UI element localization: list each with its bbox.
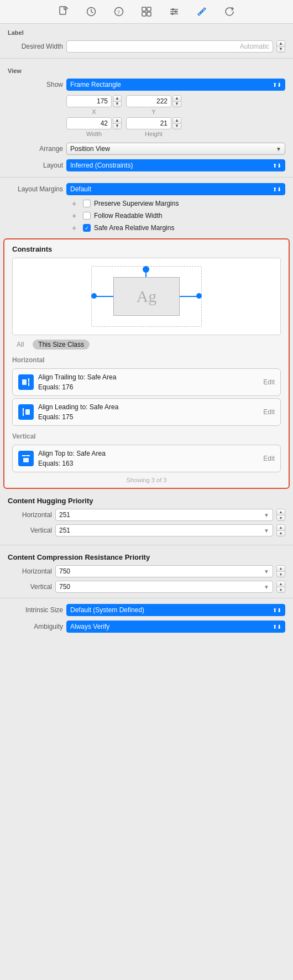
ch-horizontal-chevron: ▼: [264, 512, 269, 518]
preserve-superview-checkbox[interactable]: [83, 200, 91, 207]
height-value[interactable]: 21: [126, 117, 171, 129]
ch-horizontal-stepper[interactable]: ▲ ▼: [276, 509, 285, 521]
ccr-horizontal-stepper[interactable]: ▲ ▼: [276, 565, 285, 577]
intrinsic-size-select[interactable]: Default (System Defined) ⬆⬇: [66, 604, 285, 616]
width-label: Width: [86, 131, 102, 137]
arrange-value: Position View: [70, 145, 110, 153]
view-section-title: View: [0, 62, 293, 76]
ch-h-stepper-down[interactable]: ▼: [277, 515, 285, 521]
plus-icon-2[interactable]: +: [72, 211, 80, 220]
height-stepper-up[interactable]: ▲: [173, 118, 181, 124]
align-trailing-icon: [18, 374, 34, 390]
layout-label: Layout: [8, 161, 63, 169]
arrange-chevron: ▼: [276, 146, 281, 152]
x-stepper-up[interactable]: ▲: [113, 96, 121, 102]
x-value[interactable]: 175: [66, 95, 112, 107]
ccr-v-stepper-up[interactable]: ▲: [277, 581, 285, 587]
y-stepper-up[interactable]: ▲: [173, 96, 181, 102]
width-value[interactable]: 42: [66, 117, 112, 129]
ccr-vertical-stepper[interactable]: ▲ ▼: [276, 581, 285, 593]
ch-v-stepper-up[interactable]: ▲: [277, 525, 285, 531]
arrange-label: Arrange: [8, 145, 63, 153]
svg-rect-5: [147, 7, 151, 11]
desired-width-placeholder: Automatic: [240, 43, 269, 50]
diagram-ag-text: Ag: [137, 287, 157, 306]
x-group: 175 ▲ ▼ X: [66, 95, 122, 115]
ch-v-stepper-down[interactable]: ▼: [277, 531, 285, 536]
ccr-horizontal-select[interactable]: 750 ▼: [55, 565, 273, 577]
ccr-h-stepper-up[interactable]: ▲: [277, 566, 285, 572]
layout-margins-row: Layout Margins Default ⬆⬇: [0, 181, 293, 197]
desired-width-stepper[interactable]: ▲ ▼: [276, 40, 285, 53]
preserve-superview-label: Preserve Superview Margins: [94, 200, 179, 207]
label-section-title: Label: [0, 24, 293, 38]
ambiguity-row: Ambiguity Always Verify ⬆⬇: [0, 618, 293, 635]
svg-rect-20: [25, 409, 30, 415]
y-stepper-down[interactable]: ▼: [173, 102, 181, 107]
desired-width-row: Desired Width Automatic ▲ ▼: [0, 38, 293, 55]
line-top: [145, 266, 146, 277]
follow-readable-label: Follow Readable Width: [94, 212, 162, 220]
ch-vertical-select[interactable]: 251 ▼: [55, 524, 273, 536]
ccr-v-stepper-down[interactable]: ▼: [277, 587, 285, 593]
constraints-diagram: Ag: [12, 258, 281, 335]
diagram-inner: Ag: [91, 266, 202, 327]
plus-icon-1[interactable]: +: [72, 199, 80, 208]
ccr-vertical-select[interactable]: 750 ▼: [55, 581, 273, 593]
intrinsic-size-chevron: ⬆⬇: [273, 607, 281, 613]
tab-all[interactable]: All: [12, 340, 28, 350]
intrinsic-size-row: Intrinsic Size Default (System Defined) …: [0, 602, 293, 618]
layout-margins-select[interactable]: Default ⬆⬇: [66, 183, 285, 195]
ch-horizontal-row: Horizontal 251 ▼ ▲ ▼: [0, 507, 293, 523]
ch-h-stepper-up[interactable]: ▲: [277, 509, 285, 515]
stepper-up[interactable]: ▲: [277, 41, 285, 47]
layout-icon[interactable]: [140, 6, 153, 18]
file-icon[interactable]: [57, 6, 70, 18]
layout-margins-value: Default: [70, 185, 91, 193]
height-stepper[interactable]: ▲ ▼: [172, 117, 181, 129]
ch-vertical-row: Vertical 251 ▼ ▲ ▼: [0, 523, 293, 538]
horizontal-subsection-label: Horizontal: [4, 352, 289, 366]
ccr-h-stepper-down[interactable]: ▼: [277, 572, 285, 577]
safe-area-checkbox[interactable]: ✓: [83, 224, 91, 232]
desired-width-input[interactable]: Automatic: [66, 40, 273, 53]
ch-vertical-stepper[interactable]: ▲ ▼: [276, 524, 285, 536]
desired-width-label: Desired Width: [8, 43, 63, 50]
help-icon[interactable]: ?: [113, 6, 125, 18]
layout-select[interactable]: Inferred (Constraints) ⬆⬇: [66, 159, 285, 171]
y-stepper[interactable]: ▲ ▼: [172, 95, 181, 107]
constraint-item-leading: Align Leading to: Safe Area Equals: 175 …: [12, 398, 281, 426]
constraint-top-edit[interactable]: Edit: [263, 455, 275, 462]
constraint-trailing-edit[interactable]: Edit: [263, 378, 275, 386]
sliders-icon[interactable]: [168, 6, 180, 18]
tab-this-size-class[interactable]: This Size Class: [33, 340, 90, 350]
ruler-icon[interactable]: [196, 6, 208, 18]
svg-rect-17: [22, 379, 27, 385]
show-select[interactable]: Frame Rectangle ⬆⬇: [66, 79, 285, 91]
refresh-icon[interactable]: [223, 6, 236, 18]
height-group: 21 ▲ ▼ Height: [126, 117, 181, 137]
y-value[interactable]: 222: [126, 95, 171, 107]
plus-icon-3[interactable]: +: [72, 223, 80, 232]
stepper-down[interactable]: ▼: [277, 47, 285, 53]
layout-margins-label: Layout Margins: [8, 185, 63, 193]
height-stepper-down[interactable]: ▼: [173, 124, 181, 129]
ccr-vertical-label: Vertical: [8, 583, 52, 591]
width-stepper-down[interactable]: ▼: [113, 124, 121, 129]
clock-icon[interactable]: [85, 6, 97, 18]
ch-horizontal-select[interactable]: 251 ▼: [55, 509, 273, 521]
ch-vertical-chevron: ▼: [264, 528, 269, 534]
constraint-leading-edit[interactable]: Edit: [263, 408, 275, 416]
width-stepper[interactable]: ▲ ▼: [113, 117, 122, 129]
constraint-trailing-text: Align Trailing to: Safe Area Equals: 176: [38, 372, 259, 392]
arrange-select[interactable]: Position View ▼: [66, 143, 285, 155]
x-stepper[interactable]: ▲ ▼: [113, 95, 122, 107]
ambiguity-select[interactable]: Always Verify ⬆⬇: [66, 621, 285, 633]
xy-inputs: 175 ▲ ▼ X 222 ▲ ▼ Y: [59, 93, 293, 115]
follow-readable-checkbox[interactable]: [83, 212, 91, 220]
ch-vertical-label: Vertical: [8, 527, 52, 534]
x-stepper-down[interactable]: ▼: [113, 102, 121, 107]
show-label: Show: [8, 81, 63, 88]
width-stepper-up[interactable]: ▲: [113, 118, 121, 124]
layout-row: Layout Inferred (Constraints) ⬆⬇: [0, 157, 293, 174]
